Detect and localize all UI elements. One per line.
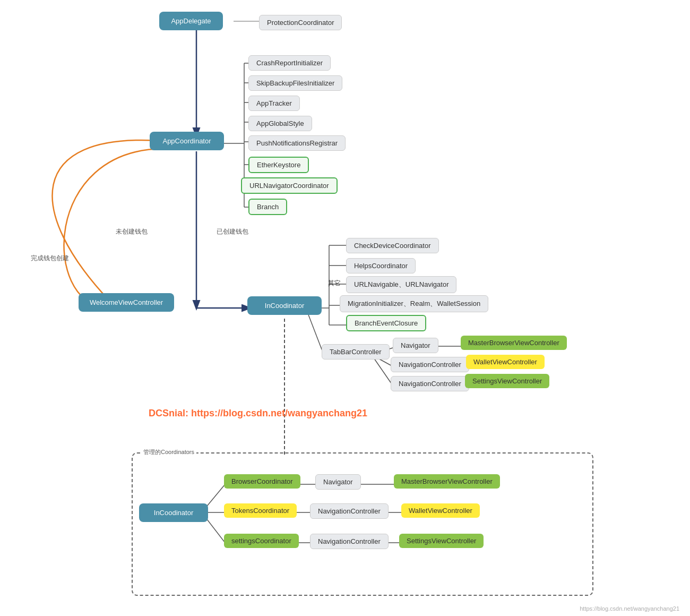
watermark: DCSnial: https://blog.csdn.net/wangyanch… bbox=[149, 408, 367, 419]
crash-report-node: CrashReportInitializer bbox=[248, 55, 331, 71]
app-delegate-node: AppDelegate bbox=[159, 12, 223, 30]
tab-bar-controller-node: TabBarController bbox=[322, 344, 390, 360]
label-wei-chuangjian: 未创建钱包 bbox=[116, 227, 148, 236]
check-device-node: CheckDeviceCoordinator bbox=[346, 238, 439, 253]
dashed-box-label: 管理的Coordinators bbox=[141, 448, 196, 456]
settings-vc1-node: SettingsViewController bbox=[465, 374, 549, 388]
settings-coordinator-node: settingsCoordinator bbox=[224, 534, 299, 548]
browser-coordinator-node: BrowserCoordinator bbox=[224, 474, 300, 489]
tokens-coordinator-node: TokensCoordinator bbox=[224, 503, 297, 518]
url-navigator-coordinator-node: URLNavigatorCoordinator bbox=[241, 177, 338, 194]
url-navigable-node: URLNavigable、URLNavigator bbox=[346, 276, 456, 293]
branch-event-closure-node: BranchEventClosure bbox=[346, 315, 426, 331]
navigator2-node: Navigator bbox=[315, 474, 361, 490]
diagram-container: AppDelegate ProtectionCoordinator AppCoo… bbox=[0, 0, 690, 616]
wallet-vc1-node: WalletViewController bbox=[466, 355, 545, 369]
migration-initializer-node: MigrationInitializer、Realm、WalletSession bbox=[340, 295, 488, 312]
branch-node: Branch bbox=[248, 199, 287, 215]
nav-controller2-node: NavigationController bbox=[391, 376, 469, 391]
protection-coordinator-node: ProtectionCoordinator bbox=[259, 15, 342, 30]
in-coodinator-node: InCoodinator bbox=[247, 296, 322, 315]
navigator1-node: Navigator bbox=[393, 338, 438, 353]
helps-coordinator-node: HelpsCoordinator bbox=[346, 258, 416, 273]
nav-controller3-node: NavigationController bbox=[310, 503, 389, 519]
master-browser1-node: MasterBrowserViewController bbox=[461, 336, 567, 350]
nav-controller1-node: NavigationController bbox=[391, 357, 469, 372]
ether-keystore-node: EtherKeystore bbox=[248, 157, 309, 173]
push-notifications-node: PushNotificationsRegistrar bbox=[248, 135, 346, 151]
label-yi-chuangjian: 已创建钱包 bbox=[217, 227, 248, 236]
label-wancheng: 完成钱包创建 bbox=[31, 254, 69, 263]
in-coodinator2-node: InCoodinator bbox=[139, 503, 208, 522]
nav-controller4-node: NavigationController bbox=[310, 534, 389, 549]
app-tracker-node: AppTracker bbox=[248, 96, 300, 111]
settings-vc2-node: SettingsViewController bbox=[399, 534, 484, 548]
watermark-bottom: https://blog.csdn.net/wangyanchang21 bbox=[580, 605, 679, 612]
skip-backup-node: SkipBackupFilesInitializer bbox=[248, 75, 342, 91]
wallet-vc2-node: WalletViewController bbox=[401, 503, 480, 518]
qita-label: 其它 bbox=[328, 279, 341, 288]
welcome-view-controller-node: WelcomeViewController bbox=[79, 293, 174, 312]
dashed-box: 管理的Coordinators bbox=[132, 452, 593, 596]
app-global-style-node: AppGlobalStyle bbox=[248, 116, 312, 131]
master-browser2-node: MasterBrowserViewController bbox=[394, 474, 500, 489]
app-coordinator-node: AppCoordinator bbox=[150, 132, 224, 150]
